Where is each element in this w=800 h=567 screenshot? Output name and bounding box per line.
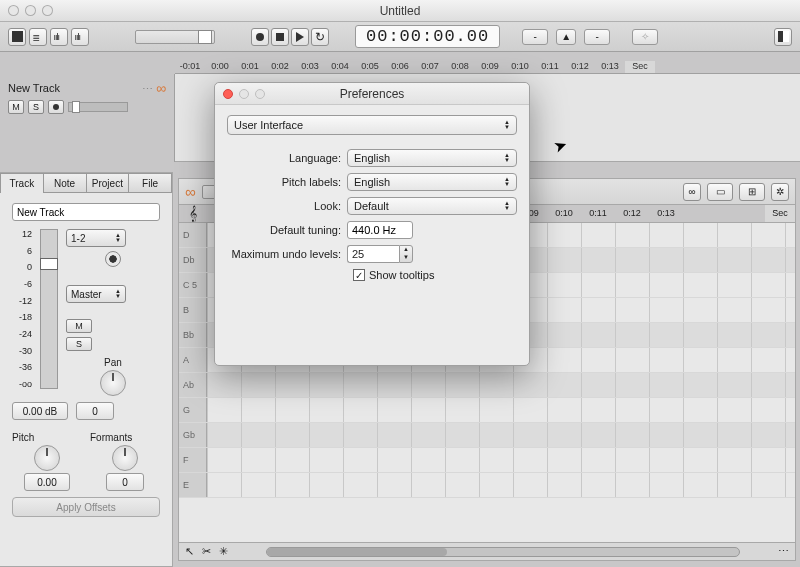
ruler-tick: 0:01 <box>235 61 265 73</box>
tempo-up-button[interactable]: - <box>584 29 610 45</box>
apply-offsets-button[interactable]: Apply Offsets <box>12 497 160 517</box>
language-select[interactable]: English▲▼ <box>347 149 517 167</box>
record-button[interactable] <box>251 28 269 46</box>
record-arm-button[interactable] <box>48 100 64 114</box>
right-panel-toggle-icon[interactable] <box>774 28 792 46</box>
db-value[interactable]: 0.00 dB <box>12 402 68 420</box>
ruler-tick: 0:10 <box>505 61 535 73</box>
ruler-tick: 0:05 <box>355 61 385 73</box>
channel-select[interactable]: 1-2▲▼ <box>66 229 126 247</box>
pitch-value[interactable]: 0.00 <box>24 473 70 491</box>
ruler-tick: 0:04 <box>325 61 355 73</box>
bus-solo-button[interactable]: S <box>66 337 92 351</box>
main-toolbar: ↻ 00:00:00.00 - ▲ - ✧ <box>0 22 800 52</box>
solo-button[interactable]: S <box>28 100 44 114</box>
link-icon[interactable]: ∞ <box>156 80 166 96</box>
ruler-tick: 0:02 <box>265 61 295 73</box>
look-select[interactable]: Default▲▼ <box>347 197 517 215</box>
transport-controls: ↻ <box>251 28 329 46</box>
tab-project[interactable]: Project <box>87 173 130 193</box>
input-monitor-icon[interactable] <box>105 251 121 267</box>
zoom-slider[interactable] <box>135 30 215 44</box>
tool-cut-icon[interactable]: ✂ <box>202 545 211 558</box>
pitch-labels-select[interactable]: English▲▼ <box>347 173 517 191</box>
pitch-knob[interactable] <box>34 445 60 471</box>
link-icon[interactable]: ∞ <box>185 183 196 200</box>
track-options-icon[interactable]: ⋯ ∞ <box>142 80 166 96</box>
pan-label: Pan <box>66 357 160 368</box>
bus-select[interactable]: Master▲▼ <box>66 285 126 303</box>
show-tooltips-label: Show tooltips <box>369 269 434 281</box>
formants-value[interactable]: 0 <box>106 473 144 491</box>
timecode-display[interactable]: 00:00:00.00 <box>355 25 500 48</box>
ruler-sec-label: Sec <box>625 61 655 73</box>
time-ruler[interactable]: -0:01 0:00 0:01 0:02 0:03 0:04 0:05 0:06… <box>175 52 800 74</box>
tool-hand-icon[interactable]: ✳ <box>219 545 228 558</box>
play-button[interactable] <box>291 28 309 46</box>
window-title: Untitled <box>380 4 421 18</box>
view-mode-4-icon[interactable] <box>71 28 89 46</box>
undo-levels-stepper[interactable]: 25 ▲▼ <box>347 245 413 263</box>
close-window-icon[interactable] <box>8 5 19 16</box>
editor-view-icon[interactable]: ▭ <box>707 183 733 201</box>
editor-sec-label: Sec <box>765 205 795 222</box>
clef-icon: 𝄞 <box>179 205 207 222</box>
dialog-titlebar[interactable]: Preferences <box>215 83 529 105</box>
tab-note[interactable]: Note <box>44 173 87 193</box>
language-label: Language: <box>227 152 347 164</box>
ruler-tick: 0:06 <box>385 61 415 73</box>
tempo-down-button[interactable]: - <box>522 29 548 45</box>
default-tuning-input[interactable] <box>347 221 413 239</box>
ruler-tick: -0:01 <box>175 61 205 73</box>
pitch-label: Pitch <box>12 432 82 443</box>
mute-button[interactable]: M <box>8 100 24 114</box>
track-name-input[interactable] <box>12 203 160 221</box>
dialog-title: Preferences <box>340 87 405 101</box>
metronome-icon[interactable]: ▲ <box>556 29 576 45</box>
window-controls <box>8 5 53 16</box>
pitch-labels-label: Pitch labels: <box>227 176 347 188</box>
stop-button[interactable] <box>271 28 289 46</box>
view-mode-1-icon[interactable] <box>8 28 26 46</box>
editor-settings-icon[interactable]: ✲ <box>771 183 789 201</box>
stepper-up-icon[interactable]: ▲ <box>400 246 412 254</box>
ruler-tick: 0:12 <box>565 61 595 73</box>
pan-value[interactable]: 0 <box>76 402 114 420</box>
ruler-tick: 0:13 <box>595 61 625 73</box>
meter-scale: 12 6 0 -6 -12 -18 -24 -30 -36 -oo <box>12 229 32 389</box>
loop-button[interactable]: ↻ <box>311 28 329 46</box>
ruler-tick: 0:00 <box>205 61 235 73</box>
formants-knob[interactable] <box>112 445 138 471</box>
ruler-tick: 0:08 <box>445 61 475 73</box>
stepper-down-icon[interactable]: ▼ <box>400 254 412 262</box>
ruler-tick: 0:09 <box>475 61 505 73</box>
formants-label: Formants <box>90 432 160 443</box>
bus-mute-button[interactable]: M <box>66 319 92 333</box>
track-name[interactable]: New Track <box>8 82 60 94</box>
tool-cursor-icon[interactable]: ↖ <box>185 545 194 558</box>
window-titlebar: Untitled <box>0 0 800 22</box>
editor-snap-icon[interactable]: ⊞ <box>739 183 765 201</box>
undo-levels-label: Maximum undo levels: <box>227 248 347 260</box>
editor-link-icon[interactable]: ∞ <box>683 183 701 201</box>
tab-track[interactable]: Track <box>0 173 44 193</box>
track-gain-slider[interactable] <box>68 102 128 112</box>
tab-file[interactable]: File <box>129 173 172 193</box>
zoom-window-icon[interactable] <box>42 5 53 16</box>
editor-menu-icon[interactable]: ⋯ <box>778 545 789 558</box>
dialog-minimize-icon <box>239 89 249 99</box>
view-mode-2-icon[interactable] <box>29 28 47 46</box>
view-mode-3-icon[interactable] <box>50 28 68 46</box>
ruler-tick: 0:11 <box>535 61 565 73</box>
minimize-window-icon[interactable] <box>25 5 36 16</box>
dialog-zoom-icon <box>255 89 265 99</box>
prefs-section-select[interactable]: User Interface▲▼ <box>227 115 517 135</box>
default-tuning-label: Default tuning: <box>227 224 347 236</box>
look-label: Look: <box>227 200 347 212</box>
horizontal-scrollbar[interactable] <box>266 547 740 557</box>
pan-knob[interactable] <box>100 370 126 396</box>
dialog-close-icon[interactable] <box>223 89 233 99</box>
volume-fader[interactable] <box>40 229 58 389</box>
show-tooltips-checkbox[interactable]: ✓ <box>353 269 365 281</box>
tool-button[interactable]: ✧ <box>632 29 658 45</box>
